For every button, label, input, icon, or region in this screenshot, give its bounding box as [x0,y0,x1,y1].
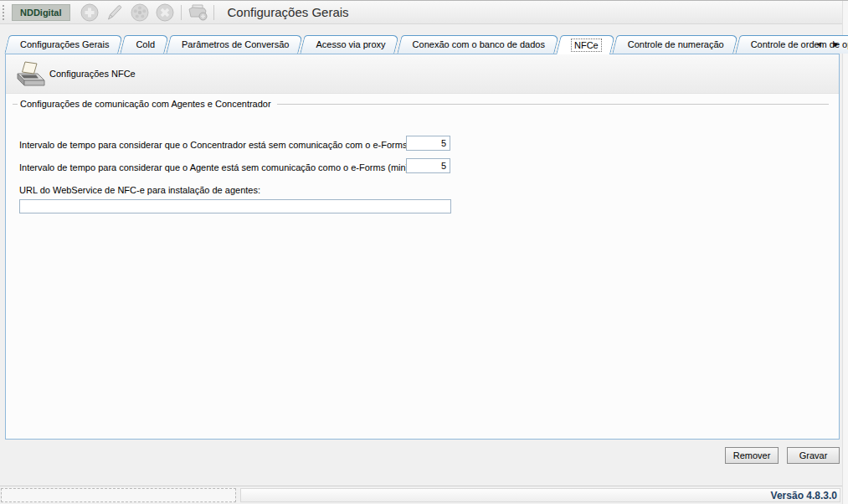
edit-button[interactable] [102,2,127,23]
tab-acesso-via-proxy[interactable]: Acesso via proxy [302,35,397,54]
tab-label: Acesso via proxy [316,39,385,49]
agente-timeout-label: Intervalo de tempo para considerar que o… [19,162,411,172]
nddigital-button[interactable]: NDDigital [12,4,70,21]
tab-parametros-de-conversao[interactable]: Parâmetros de Conversão [168,35,301,54]
edit-icon [105,3,125,23]
tab-label: Controle de numeração [628,39,724,49]
toolbar: NDDigital [0,1,842,24]
page-title: Configurações Gerais [228,5,349,19]
tab-label: Conexão com o banco de dados [413,39,545,49]
tab-controle-de-numeracao[interactable]: Controle de numeração [614,35,736,54]
toolbar-separator [213,5,214,20]
webservice-url-input[interactable] [19,199,451,213]
groupbox-border-dash [13,104,18,105]
groupbox-title: Configurações de comunicação com Agentes… [20,99,277,109]
remover-button[interactable]: Remover [725,447,779,464]
status-panel-left [1,488,236,502]
toolbar-grip[interactable] [2,4,6,21]
settings-button[interactable] [127,2,152,23]
tab-label: Configurações Gerais [20,39,109,49]
status-bar: Versão 4.8.3.0 [0,486,842,504]
tab-configuracoes-gerais[interactable]: Configurações Gerais [7,35,121,54]
version-label: Versão 4.8.3.0 [771,490,837,501]
tab-strip: Configurações Gerais Cold Parâmetros de … [7,35,848,54]
add-button[interactable] [77,2,102,23]
toolbar-icons [77,2,218,23]
tab-label: Controle de ordem de operação [751,39,848,49]
groupbox-border-line [277,104,829,105]
toolbar-separator [181,5,182,20]
tab-label: NFCe [572,39,601,51]
concentrador-timeout-label: Intervalo de tempo para considerar que o… [19,140,434,150]
panel-header-title: Configurações NFCe [49,69,136,79]
cancel-button[interactable] [152,2,177,23]
groupbox-header: Configurações de comunicação com Agentes… [13,99,829,109]
print-button[interactable] [185,2,210,23]
print-icon [187,3,208,23]
add-icon [80,3,100,23]
status-panel-right: Versão 4.8.3.0 [240,488,840,502]
tab-conexao-banco-de-dados[interactable]: Conexão com o banco de dados [399,35,557,54]
gravar-button[interactable]: Gravar [787,447,840,464]
settings-icon [130,3,150,23]
concentrador-timeout-input[interactable] [406,136,450,151]
nddigital-button-label: NDDigital [20,8,62,18]
cancel-icon [155,3,175,23]
printer-icon [14,60,46,87]
tab-cold[interactable]: Cold [122,35,167,54]
window-right-gutter [842,1,848,504]
nfce-tab-panel: Configurações NFCe Configurações de comu… [5,54,840,440]
agente-timeout-input[interactable] [406,158,450,173]
remover-button-label: Remover [733,450,771,460]
panel-header: Configurações NFCe [6,54,839,94]
webservice-url-label: URL do WebService de NFC-e para instalaç… [19,185,260,195]
tab-nfce[interactable]: NFCe [558,35,613,54]
tab-label: Cold [136,39,155,49]
gravar-button-label: Gravar [799,450,828,460]
tab-label: Parâmetros de Conversão [182,39,289,49]
